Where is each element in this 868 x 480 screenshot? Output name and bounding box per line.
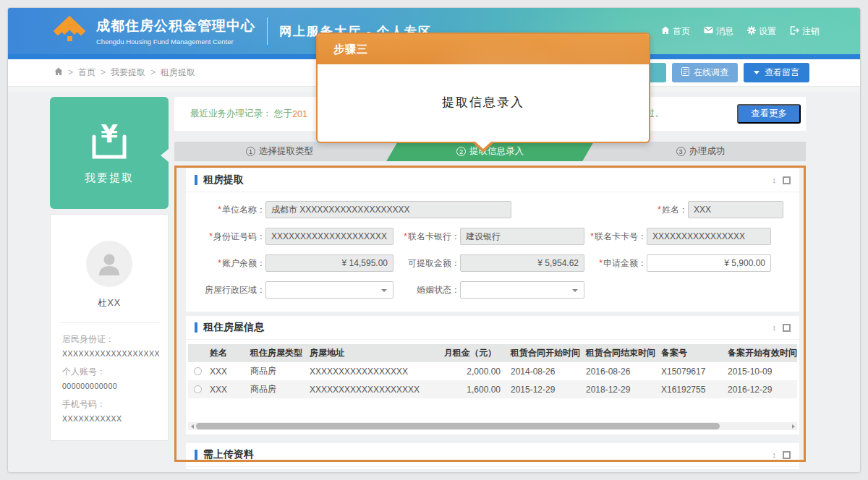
breadcrumb-item-withdraw[interactable]: 我要提取 bbox=[95, 67, 145, 79]
profile-fields: 居民身份证： XXXXXXXXXXXXXXXXXX 个人账号： 00000000… bbox=[51, 323, 168, 423]
nav-home[interactable]: 首页 bbox=[661, 25, 690, 38]
site-subtitle: Chengdu Housing Fund Management Center bbox=[96, 38, 255, 46]
nav-settings[interactable]: 设置 bbox=[747, 25, 776, 38]
col-name: 姓名 bbox=[207, 347, 247, 359]
header-divider bbox=[267, 17, 268, 45]
name-field: XXX bbox=[688, 201, 783, 218]
phone-label: 手机号码： bbox=[62, 398, 156, 411]
scroll-left-arrow[interactable] bbox=[188, 422, 196, 430]
maximize-icon[interactable] bbox=[783, 451, 791, 459]
marital-select[interactable] bbox=[460, 281, 584, 299]
cell-housing-type: 商品房 bbox=[247, 365, 307, 377]
notice-prefix: 最近业务办理记录： 您于 bbox=[190, 108, 292, 120]
nav-messages[interactable]: 消息 bbox=[704, 25, 733, 38]
withdrawable-field: ¥ 5,954.62 bbox=[460, 254, 584, 272]
profile-card: 杜XX 居民身份证： XXXXXXXXXXXXXXXXXX 个人账号： 0000… bbox=[50, 214, 169, 441]
avatar bbox=[86, 241, 132, 287]
id-number-field: XXXXXXXXXXXXXXXXXXXX bbox=[265, 228, 393, 245]
cell-lease-start: 2015-12-29 bbox=[508, 385, 583, 395]
card-number-label: 联名卡卡号： bbox=[584, 231, 647, 243]
online-survey-button[interactable]: 在线调查 bbox=[672, 63, 738, 82]
marital-label: 婚姻状态： bbox=[393, 284, 460, 296]
apply-amount-label: 申请金额： bbox=[584, 257, 647, 270]
step-1-select-type: 1 选择提取类型 bbox=[174, 142, 385, 161]
online-survey-label: 在线调查 bbox=[694, 67, 728, 79]
phone-value: XXXXXXXXXXX bbox=[62, 414, 156, 423]
cell-record-number: X16192755 bbox=[658, 385, 725, 395]
account-value: 000000000000 bbox=[62, 382, 156, 390]
document-icon bbox=[681, 67, 689, 78]
row-radio[interactable] bbox=[194, 385, 202, 393]
region-select[interactable] bbox=[265, 281, 393, 299]
sidebar-withdraw-label: 我要提取 bbox=[85, 171, 134, 185]
region-label: 房屋行政区域： bbox=[193, 284, 265, 296]
col-monthly-rent: 月租金（元） bbox=[441, 347, 508, 359]
home-icon bbox=[661, 26, 670, 37]
housing-table-header-row: 姓名 租住房屋类型 房屋地址 月租金（元） 租赁合同开始时间 租赁合同结束时间 … bbox=[188, 344, 797, 362]
cell-lease-end: 2018-12-29 bbox=[583, 385, 658, 395]
account-label: 个人账号： bbox=[62, 366, 156, 378]
chevron-down-icon bbox=[754, 71, 760, 74]
upload-materials-header: 需上传资料 ↕ bbox=[186, 443, 799, 467]
brand-text: 成都住房公积金管理中心 Chengdu Housing Fund Managem… bbox=[96, 17, 255, 46]
balance-label: 账户余额： bbox=[193, 257, 265, 270]
tooltip-arrow-fill bbox=[474, 140, 493, 149]
apply-amount-field[interactable]: ¥ 5,900.00 bbox=[647, 254, 771, 272]
cell-address: XXXXXXXXXXXXXXXXXXX bbox=[307, 385, 441, 395]
cell-address: XXXXXXXXXXXXXXXXX bbox=[307, 367, 441, 377]
withdrawable-label: 可提取金额： bbox=[393, 257, 460, 270]
col-record-start: 备案开始有效时间 bbox=[725, 347, 797, 359]
scrollbar-thumb[interactable] bbox=[196, 423, 720, 429]
breadcrumb-item-rent: 租房提取 bbox=[145, 67, 195, 79]
upload-materials-section: 需上传资料 ↕ bbox=[186, 443, 799, 469]
view-messages-label: 查看留言 bbox=[765, 67, 799, 79]
housing-table-row[interactable]: XXX 商品房 XXXXXXXXXXXXXXXXX 2,000.00 2014-… bbox=[188, 362, 797, 380]
step-tooltip-title: 步骤三 bbox=[333, 43, 368, 56]
top-nav: 首页 消息 bbox=[661, 25, 820, 38]
housing-table: 姓名 租住房屋类型 房屋地址 月租金（元） 租赁合同开始时间 租赁合同结束时间 … bbox=[188, 344, 797, 398]
card-number-field: XXXXXXXXXXXXXXXX bbox=[647, 228, 771, 245]
maximize-icon[interactable] bbox=[783, 324, 791, 332]
content-area: ¥ 我要提取 杜XX 居民身份证： XXXXX bbox=[8, 92, 860, 472]
collapse-icon[interactable]: ↕ bbox=[773, 451, 777, 459]
step-tooltip: 步骤三 提取信息录入 bbox=[316, 33, 650, 143]
nav-settings-label: 设置 bbox=[759, 25, 776, 38]
horizontal-scrollbar[interactable] bbox=[188, 422, 797, 430]
nav-logout[interactable]: 注销 bbox=[790, 25, 820, 38]
step-3-success: 3 办理成功 bbox=[595, 142, 806, 161]
step-3-label: 办理成功 bbox=[689, 145, 726, 158]
profile-name: 杜XX bbox=[51, 297, 168, 309]
cell-name: XXX bbox=[207, 385, 247, 395]
cell-record-start: 2015-10-09 bbox=[725, 367, 797, 377]
withdraw-yuan-icon: ¥ bbox=[87, 121, 132, 166]
view-more-button[interactable]: 查看更多 bbox=[737, 104, 801, 124]
cell-housing-type: 商品房 bbox=[247, 383, 307, 395]
screen: 成都住房公积金管理中心 Chengdu Housing Fund Managem… bbox=[0, 0, 868, 480]
cell-record-number: X15079617 bbox=[658, 367, 725, 377]
rented-housing-title: 租住房屋信息 bbox=[203, 321, 264, 334]
bank-label: 联名卡银行： bbox=[393, 231, 460, 243]
breadcrumb-item-home[interactable]: 首页 bbox=[63, 67, 95, 79]
site-title: 成都住房公积金管理中心 bbox=[96, 17, 255, 35]
collapse-icon[interactable]: ↕ bbox=[773, 324, 777, 332]
row-radio[interactable] bbox=[194, 367, 202, 375]
step-3-number: 3 bbox=[676, 147, 686, 156]
nav-home-label: 首页 bbox=[673, 25, 690, 38]
sidebar-withdraw-card[interactable]: ¥ 我要提取 bbox=[50, 97, 169, 209]
upload-materials-title: 需上传资料 bbox=[203, 448, 254, 461]
scroll-right-arrow[interactable] bbox=[789, 422, 797, 430]
housing-table-row[interactable]: XXX 商品房 XXXXXXXXXXXXXXXXXXX 1,600.00 201… bbox=[188, 380, 797, 398]
step-tooltip-header: 步骤三 bbox=[318, 34, 649, 64]
breadcrumb: 首页 我要提取 租房提取 bbox=[54, 67, 195, 79]
collapse-icon[interactable]: ↕ bbox=[773, 176, 777, 184]
step-1-label: 选择提取类型 bbox=[259, 145, 313, 158]
active-pointer bbox=[161, 149, 169, 162]
breadcrumb-home-icon[interactable] bbox=[54, 67, 63, 78]
col-lease-end: 租赁合同结束时间 bbox=[583, 347, 658, 359]
view-messages-button[interactable]: 查看留言 bbox=[744, 63, 809, 82]
step-2-number: 2 bbox=[456, 147, 466, 156]
brand: 成都住房公积金管理中心 Chengdu Housing Fund Managem… bbox=[51, 14, 255, 48]
title-bar-accent bbox=[195, 450, 197, 460]
step-1-number: 1 bbox=[246, 147, 255, 156]
maximize-icon[interactable] bbox=[783, 176, 791, 184]
